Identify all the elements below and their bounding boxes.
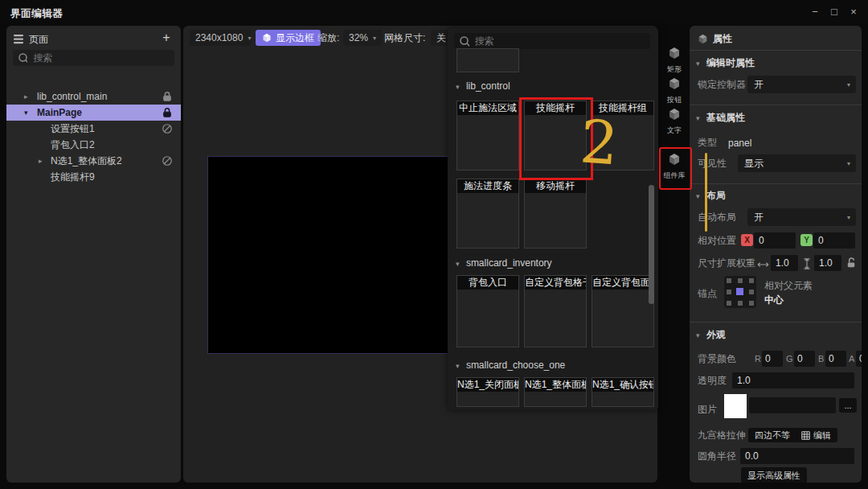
- section-layout[interactable]: 布局: [696, 189, 726, 203]
- x-position-input[interactable]: [754, 232, 796, 249]
- minimize-button[interactable]: −: [807, 5, 823, 19]
- library-search[interactable]: [454, 33, 650, 49]
- chevron-down-icon[interactable]: [24, 105, 28, 121]
- vertical-arrow-icon: [801, 257, 813, 270]
- a-channel-input[interactable]: [856, 351, 862, 367]
- cube-icon: [262, 33, 272, 43]
- chevron-down-icon: [847, 81, 850, 88]
- chevron-down-icon: [696, 331, 700, 339]
- section-appearance[interactable]: 外观: [696, 328, 726, 342]
- y-position-input[interactable]: [813, 232, 855, 249]
- b-channel-input[interactable]: [825, 351, 846, 367]
- corner-radius-label: 圆角半径: [698, 447, 736, 465]
- component-card[interactable]: 背包入口: [457, 275, 519, 347]
- chevron-down-icon: [456, 362, 460, 370]
- component-card[interactable]: 自定义背包面板: [592, 275, 654, 347]
- component-card[interactable]: N选1_关闭面板: [457, 377, 519, 407]
- opacity-input[interactable]: [732, 372, 854, 388]
- r-channel-label: R: [755, 351, 761, 367]
- cube-icon: [698, 34, 708, 44]
- r-channel-input[interactable]: [762, 351, 783, 367]
- anchor-center-selected[interactable]: [736, 288, 743, 295]
- b-channel-label: B: [818, 351, 824, 367]
- library-section-lib-control[interactable]: lib_control: [456, 80, 510, 92]
- tree-item-nselect1-panel2[interactable]: N选1_整体面板2: [6, 153, 181, 169]
- g-channel-input[interactable]: [794, 351, 815, 367]
- auto-layout-dropdown[interactable]: 开: [747, 208, 856, 226]
- browse-image-button[interactable]: ...: [839, 398, 857, 413]
- resolution-dropdown[interactable]: 2340x1080: [190, 30, 251, 46]
- properties-panel: 属性 编辑时属性 锁定控制器 开 基础属性 类型 panel 可见性 显示 布局…: [690, 26, 862, 483]
- component-card-skill-joystick[interactable]: 技能摇杆: [524, 101, 587, 171]
- chevron-down-icon: [696, 114, 700, 122]
- tree-item-backpack-entry2[interactable]: 背包入口2: [6, 137, 181, 153]
- cube-icon: [668, 108, 681, 121]
- edited-page-canvas[interactable]: [207, 156, 462, 354]
- show-advanced-props-button[interactable]: 显示高级属性: [741, 467, 807, 483]
- component-card[interactable]: 自定义背包格子: [524, 275, 587, 347]
- nine-grid-mode-button[interactable]: 四边不等: [748, 428, 796, 442]
- height-weight-input[interactable]: [814, 255, 841, 271]
- nine-grid-edit-button[interactable]: 编辑: [795, 428, 837, 442]
- image-path-input[interactable]: [749, 397, 836, 413]
- visibility-hidden-icon[interactable]: [162, 123, 173, 134]
- unlock-icon[interactable]: [845, 257, 858, 269]
- tree-item-settings-button1[interactable]: 设置按钮1: [6, 121, 181, 137]
- library-section-smallcard-inventory[interactable]: smallcard_inventory: [456, 257, 552, 269]
- tool-text[interactable]: 文字: [661, 108, 688, 136]
- size-weight-label: 尺寸扩展权重: [698, 254, 755, 272]
- component-card-partial[interactable]: [457, 48, 519, 72]
- corner-radius-input[interactable]: [740, 448, 854, 464]
- lock-icon[interactable]: [162, 91, 173, 102]
- chevron-down-icon: [847, 214, 850, 221]
- visibility-hidden-icon[interactable]: [162, 155, 173, 166]
- pages-search[interactable]: [13, 50, 174, 66]
- search-icon: [459, 35, 469, 47]
- zoom-dropdown[interactable]: 32%: [343, 30, 382, 46]
- component-card[interactable]: N选1_整体面板: [524, 377, 587, 407]
- chevron-right-icon[interactable]: [39, 153, 43, 169]
- component-card[interactable]: 中止施法区域: [457, 101, 519, 171]
- g-channel-label: G: [786, 351, 793, 367]
- cube-icon: [668, 77, 681, 90]
- show-border-button[interactable]: 显示边框: [256, 30, 321, 46]
- tool-rectangle[interactable]: 矩形: [661, 47, 688, 75]
- maximize-button[interactable]: □: [826, 5, 842, 19]
- auto-layout-label: 自动布局: [698, 208, 736, 226]
- relative-position-label: 相对位置: [698, 232, 736, 249]
- title-bar: 界面编辑器 − □ ×: [0, 0, 868, 24]
- anchor-grid-widget[interactable]: [724, 276, 756, 308]
- nine-grid-label: 九宫格拉伸: [698, 426, 746, 444]
- grid-icon: [801, 431, 810, 440]
- tree-item-lib-control-main[interactable]: lib_control_main: [6, 88, 181, 105]
- component-card[interactable]: 移动摇杆: [524, 179, 587, 249]
- tree-item-mainpage[interactable]: MainPage: [6, 105, 181, 121]
- close-button[interactable]: ×: [845, 5, 862, 19]
- chevron-down-icon: [248, 35, 251, 42]
- image-swatch[interactable]: [724, 394, 747, 418]
- section-edit-time-props[interactable]: 编辑时属性: [696, 56, 755, 70]
- pages-search-input[interactable]: [31, 51, 170, 64]
- lock-icon[interactable]: [162, 107, 173, 118]
- lock-controller-dropdown[interactable]: 开: [747, 76, 856, 93]
- tool-button[interactable]: 按钮: [661, 77, 688, 105]
- library-scrollbar-thumb[interactable]: [649, 185, 654, 304]
- chevron-down-icon: [456, 83, 460, 91]
- pages-panel-header: 页面 +: [13, 31, 174, 47]
- opacity-label: 透明度: [698, 372, 727, 389]
- tree-item-skill-joystick9[interactable]: 技能摇杆9: [6, 169, 181, 185]
- width-weight-input[interactable]: [771, 255, 798, 271]
- chevron-down-icon: [696, 60, 700, 68]
- component-card[interactable]: 施法进度条: [457, 179, 519, 249]
- library-section-smallcard-choose-one[interactable]: smallcard_choose_one: [456, 360, 565, 371]
- section-basic-props[interactable]: 基础属性: [696, 111, 745, 125]
- add-page-button[interactable]: +: [159, 31, 174, 45]
- component-card[interactable]: N选1_确认按钮: [592, 377, 654, 407]
- tool-component-library[interactable]: 组件库: [661, 153, 688, 181]
- library-search-input[interactable]: [473, 35, 645, 47]
- horizontal-arrow-icon: [757, 259, 769, 270]
- cube-icon: [668, 47, 681, 60]
- visibility-dropdown[interactable]: 显示: [738, 154, 856, 172]
- chevron-right-icon[interactable]: [24, 88, 28, 105]
- component-card[interactable]: 技能摇杆组: [592, 101, 654, 171]
